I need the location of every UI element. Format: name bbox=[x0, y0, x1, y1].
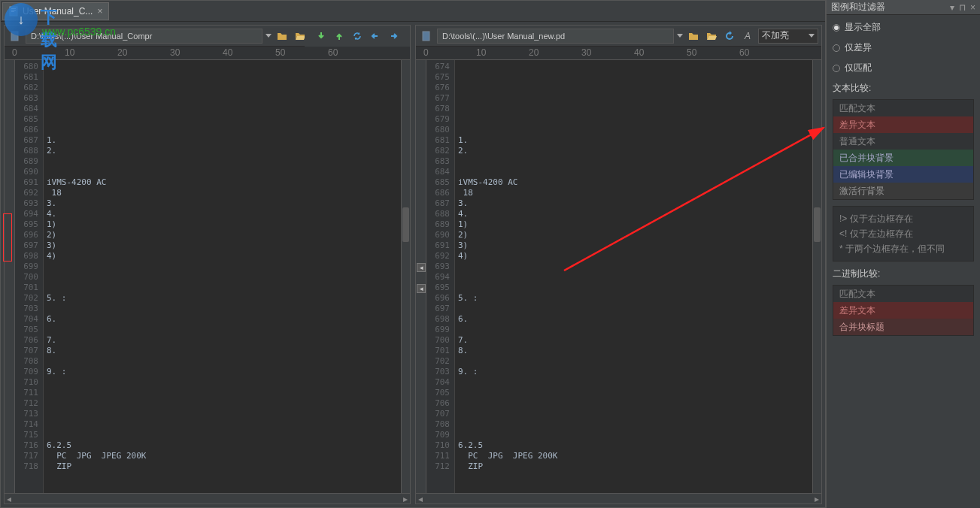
binary-compare-label: 二进制比较: bbox=[833, 268, 974, 280]
v-scrollbar[interactable] bbox=[812, 60, 821, 493]
tabbar: User Manual_C... × bbox=[1, 1, 825, 22]
scroll-left-icon[interactable]: ◂ bbox=[5, 494, 14, 504]
line-number-gutter: 6746756766776786796806816826836846856866… bbox=[426, 60, 455, 493]
info-left-only: <! 仅于左边框存在 bbox=[839, 226, 967, 241]
font-icon[interactable]: A bbox=[740, 29, 755, 44]
merge-arrow-icon[interactable]: ◂ bbox=[417, 284, 426, 295]
radio-icon bbox=[833, 44, 840, 52]
copy-right-icon[interactable] bbox=[386, 29, 401, 44]
legend-match-text: 匹配文本 bbox=[833, 100, 973, 116]
file-tab[interactable]: User Manual_C... × bbox=[2, 2, 109, 20]
left-code-editor[interactable]: 1.2.iVMS-4200 AC 183.4.1)2)3)4)5. :6.7.8… bbox=[44, 60, 410, 493]
legend-filter-panel: 图例和过滤器 ▾ ⊓ × 显示全部 仅差异 仅匹配 文本比较: 匹配文本 bbox=[826, 0, 980, 508]
sync-icon[interactable] bbox=[350, 29, 365, 44]
scroll-left-icon[interactable]: ◂ bbox=[416, 494, 425, 504]
line-number-gutter: 6806816826836846856866876886896906916926… bbox=[15, 60, 44, 493]
next-diff-icon[interactable] bbox=[314, 29, 329, 44]
doc-icon bbox=[8, 29, 23, 44]
h-scrollbar[interactable]: ◂ ▸ bbox=[5, 493, 410, 503]
scroll-right-icon[interactable]: ▸ bbox=[401, 494, 410, 504]
right-ruler: 0102030405060 bbox=[416, 47, 821, 60]
legend-diff-text: 差异文本 bbox=[833, 116, 973, 133]
left-path-input[interactable] bbox=[26, 29, 262, 44]
radio-match-only[interactable]: 仅匹配 bbox=[833, 62, 974, 74]
left-pane: A 不加亮 0102030405060 68068168268368468568… bbox=[4, 25, 411, 504]
svg-rect-1 bbox=[11, 8, 16, 9]
left-ruler: 0102030405060 bbox=[5, 47, 410, 60]
info-box: !> 仅于右边框存在 <! 仅于左边框存在 * 于两个边框存在，但不同 bbox=[833, 206, 974, 262]
merge-arrow-icon[interactable]: ◂ bbox=[417, 263, 426, 274]
reload-icon[interactable] bbox=[722, 29, 737, 44]
legend-bin-diff: 差异文本 bbox=[833, 302, 973, 319]
legend-active-bg: 激活行背景 bbox=[833, 183, 973, 199]
radio-icon bbox=[833, 65, 840, 72]
info-right-only: !> 仅于右边框存在 bbox=[839, 211, 967, 226]
pin-icon[interactable]: ⊓ bbox=[959, 2, 966, 13]
folder-open-icon[interactable] bbox=[704, 29, 719, 44]
legend-normal-text: 普通文本 bbox=[833, 133, 973, 150]
right-pane: A 不加亮 0102030405060 ◂ ◂ 6746756766776786… bbox=[415, 25, 822, 504]
radio-icon bbox=[833, 24, 840, 32]
panel-header: 图例和过滤器 ▾ ⊓ × bbox=[827, 0, 980, 15]
middle-toolbar bbox=[305, 26, 410, 47]
folder-icon[interactable] bbox=[686, 29, 701, 44]
copy-left-icon[interactable] bbox=[368, 29, 383, 44]
highlight-dropdown[interactable]: 不加亮 bbox=[758, 29, 818, 44]
diff-gutter: ◂ ◂ bbox=[416, 60, 426, 493]
diff-gutter bbox=[5, 60, 15, 493]
prev-diff-icon[interactable] bbox=[332, 29, 347, 44]
scroll-right-icon[interactable]: ▸ bbox=[812, 494, 821, 504]
radio-diff-only[interactable]: 仅差异 bbox=[833, 41, 974, 54]
doc-icon bbox=[419, 29, 434, 44]
svg-rect-4 bbox=[11, 32, 18, 41]
radio-show-all[interactable]: 显示全部 bbox=[833, 21, 974, 34]
svg-rect-2 bbox=[11, 10, 16, 11]
text-legend: 匹配文本 差异文本 普通文本 已合并块背景 已编辑块背景 激活行背景 bbox=[833, 99, 974, 200]
legend-merged-bg: 已合并块背景 bbox=[833, 150, 973, 166]
legend-edited-bg: 已编辑块背景 bbox=[833, 166, 973, 183]
folder-icon[interactable] bbox=[275, 29, 290, 44]
svg-rect-5 bbox=[423, 32, 429, 41]
legend-bin-merge-title: 合并块标题 bbox=[833, 319, 973, 335]
dropdown-arrow-icon[interactable] bbox=[265, 34, 272, 38]
text-compare-label: 文本比较: bbox=[833, 82, 974, 95]
info-both-diff: * 于两个边框存在，但不同 bbox=[839, 241, 967, 256]
right-code-editor[interactable]: 1.2.iVMS-4200 AC 183.4.1)2)3)4)5. :6.7.8… bbox=[455, 60, 821, 493]
binary-legend: 匹配文本 差异文本 合并块标题 bbox=[833, 285, 974, 336]
doc-icon bbox=[9, 6, 18, 17]
right-path-input[interactable] bbox=[437, 29, 674, 44]
v-scrollbar[interactable] bbox=[401, 60, 410, 493]
legend-bin-match: 匹配文本 bbox=[833, 286, 973, 302]
h-scrollbar[interactable]: ◂ ▸ bbox=[416, 493, 821, 503]
tab-title: User Manual_C... bbox=[23, 6, 93, 17]
tab-close-icon[interactable]: × bbox=[97, 6, 102, 17]
svg-rect-3 bbox=[11, 11, 14, 12]
panel-title: 图例和过滤器 bbox=[831, 1, 885, 14]
diff-marker bbox=[3, 213, 12, 262]
right-toolbar: A 不加亮 bbox=[416, 26, 821, 47]
dropdown-arrow-icon[interactable] bbox=[677, 34, 683, 38]
close-icon[interactable]: × bbox=[970, 2, 975, 13]
dropdown-icon[interactable]: ▾ bbox=[950, 2, 954, 13]
